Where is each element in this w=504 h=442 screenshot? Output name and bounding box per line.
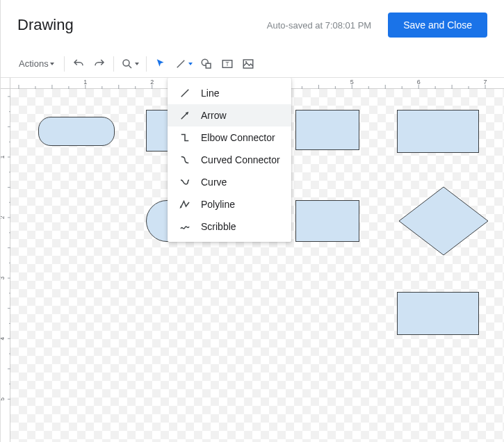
dialog-title: Drawing	[17, 16, 74, 34]
vertical-ruler[interactable]: 1 2 3 4 5	[1, 89, 10, 442]
menu-item-label: Scribble	[201, 221, 236, 232]
dialog-header: Drawing Auto-saved at 7:08:01 PM Save an…	[1, 0, 504, 50]
ruler-v-label: 3	[1, 277, 6, 280]
ruler-v-label: 1	[1, 155, 6, 158]
line-icon	[179, 87, 191, 99]
toolbar-separator	[113, 56, 114, 72]
textbox-tool-button[interactable]: T	[218, 54, 237, 74]
svg-line-1	[129, 65, 131, 68]
arrow-icon	[179, 109, 191, 122]
autosave-status: Auto-saved at 7:08:01 PM	[184, 20, 371, 31]
menu-item-label: Polyline	[201, 199, 235, 210]
line-menu-arrow[interactable]: Arrow	[168, 104, 291, 126]
menu-item-label: Line	[201, 88, 219, 99]
select-tool-button[interactable]	[151, 54, 170, 74]
ruler-h-label: 7	[484, 79, 487, 85]
actions-menu-button[interactable]: Actions	[13, 54, 60, 74]
canvas-shape-rect[interactable]	[295, 200, 359, 242]
cursor-icon	[154, 58, 167, 70]
canvas-shape-roundrect[interactable]	[38, 117, 115, 146]
svg-rect-4	[206, 63, 211, 68]
canvas-shape-rect[interactable]	[397, 110, 479, 153]
redo-button[interactable]	[90, 54, 109, 74]
canvas-area: 1 2 3 4 5 6	[1, 78, 504, 442]
polyline-icon	[179, 198, 191, 211]
curved-connector-icon	[179, 154, 191, 166]
undo-button[interactable]	[69, 54, 88, 74]
drawing-dialog: Drawing Auto-saved at 7:08:01 PM Save an…	[0, 0, 504, 442]
image-tool-button[interactable]	[238, 54, 258, 74]
caret-down-icon	[188, 63, 193, 65]
ruler-h-label: 6	[417, 79, 421, 85]
save-and-close-button[interactable]: Save and Close	[388, 13, 487, 38]
line-icon	[174, 58, 187, 70]
svg-text:T: T	[225, 61, 229, 67]
toolbar-separator	[146, 56, 147, 72]
elbow-connector-icon	[179, 131, 191, 144]
zoom-button[interactable]	[118, 54, 142, 74]
line-menu-line[interactable]: Line	[168, 82, 291, 104]
caret-down-icon	[135, 63, 139, 65]
scribble-icon	[179, 220, 191, 233]
menu-item-label: Curved Connector	[201, 154, 280, 165]
line-menu-curved-connector[interactable]: Curved Connector	[168, 149, 291, 171]
textbox-icon: T	[221, 58, 234, 70]
zoom-icon	[121, 58, 133, 70]
line-menu-curve[interactable]: Curve	[168, 171, 291, 193]
canvas-shape-diamond[interactable]	[398, 186, 489, 256]
ruler-h-label: 1	[83, 79, 87, 85]
ruler-v-label: 4	[1, 337, 6, 341]
line-tool-dropdown: Line Arrow Elbow Connector Curved Connec…	[168, 78, 291, 242]
line-menu-scribble[interactable]: Scribble	[168, 215, 291, 238]
svg-marker-59	[399, 187, 488, 255]
ruler-h-label: 5	[350, 79, 354, 85]
line-menu-elbow-connector[interactable]: Elbow Connector	[168, 126, 291, 149]
redo-icon	[93, 58, 106, 70]
undo-icon	[72, 58, 85, 70]
svg-line-60	[181, 90, 189, 97]
image-icon	[242, 58, 254, 70]
shape-tool-button[interactable]	[197, 54, 216, 74]
shape-icon	[200, 58, 213, 70]
ruler-v-label: 2	[1, 216, 6, 220]
line-tool-button[interactable]	[172, 54, 195, 74]
curve-icon	[179, 176, 191, 188]
menu-item-label: Elbow Connector	[201, 132, 275, 143]
actions-label: Actions	[19, 58, 49, 69]
ruler-corner	[1, 78, 10, 89]
toolbar-separator	[64, 56, 65, 72]
svg-point-8	[245, 60, 247, 62]
ruler-v-label: 5	[1, 398, 6, 401]
toolbar: Actions T	[1, 50, 504, 78]
line-menu-polyline[interactable]: Polyline	[168, 193, 291, 215]
svg-point-0	[123, 60, 129, 66]
menu-item-label: Arrow	[201, 110, 227, 121]
caret-down-icon	[50, 63, 54, 65]
svg-line-2	[177, 60, 184, 67]
menu-item-label: Curve	[201, 177, 227, 188]
canvas-shape-rect[interactable]	[397, 292, 479, 335]
ruler-h-label: 2	[150, 79, 154, 85]
canvas-shape-rect[interactable]	[295, 110, 359, 150]
